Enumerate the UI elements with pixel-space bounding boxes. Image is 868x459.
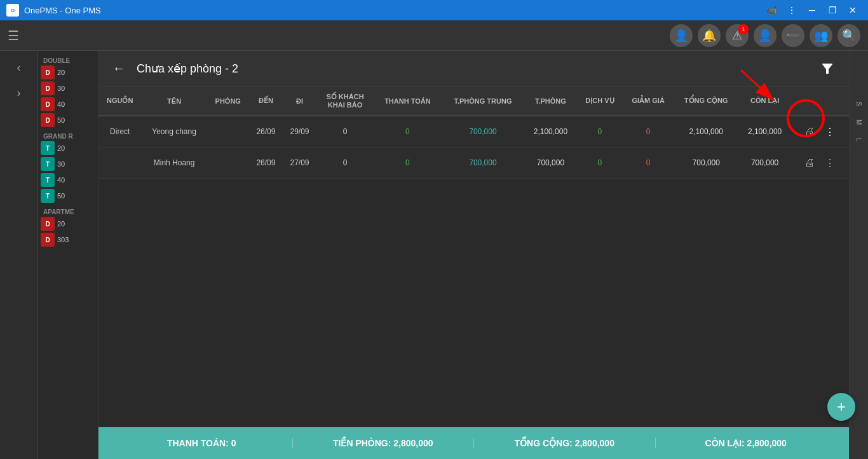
more-button[interactable]: ⋮ [783, 4, 801, 17]
add-user-icon[interactable]: 👥 [810, 24, 832, 47]
list-item[interactable]: T 20 [41, 141, 95, 155]
right-label-s: S [855, 102, 862, 107]
right-label-l: L [855, 138, 862, 142]
footer-tien-phong: TIỀN PHÒNG: 2,800,000 [292, 438, 474, 448]
cell-con-lai: 2,100,000 [738, 116, 791, 147]
close-button[interactable]: ✕ [844, 4, 862, 17]
prev-nav-button[interactable]: ‹ [8, 56, 31, 79]
cell-t-phong-trung: 700,000 [442, 116, 524, 147]
cell-actions: 🖨 ⋮ [791, 116, 849, 147]
minimize-button[interactable]: ─ [803, 4, 821, 17]
back-button[interactable]: ← [109, 58, 129, 79]
bookings-table-container: NGUỒN TÊN PHÒNG ĐẾN ĐI SỐ KHÁCHKHAI BÁO … [98, 86, 849, 427]
col-nguon: NGUỒN [98, 86, 141, 116]
table-row: Minh Hoang 26/09 27/09 0 0 700,000 700,0… [98, 147, 849, 179]
room-badge: T [41, 173, 55, 187]
print-button-row2[interactable]: 🖨 [801, 154, 818, 172]
cell-nguon [98, 147, 141, 179]
room-number: 30 [57, 160, 65, 168]
print-button-row1[interactable]: 🖨 [801, 123, 818, 140]
room-number: 50 [57, 192, 65, 200]
cell-giam-gia: 0 [623, 147, 674, 179]
next-nav-button[interactable]: › [8, 81, 31, 104]
filter-button[interactable] [816, 57, 839, 80]
col-ten: TÊN [141, 86, 207, 116]
window-controls: 📹 ⋮ ─ ❐ ✕ [763, 4, 862, 17]
fab-add-button[interactable]: + [827, 393, 855, 421]
footer-tong-cong: TỔNG CỘNG: 2,800,000 [473, 438, 655, 448]
col-phong: PHÒNG [207, 86, 249, 116]
alert-icon[interactable]: ⚠ 1 [726, 24, 749, 47]
app-bar-icons: 👤 🔔 ⚠ 1 👤 ➖ 👥 🔍 [670, 24, 860, 47]
room-number: 30 [57, 85, 65, 92]
list-item[interactable]: D 303 [41, 233, 95, 247]
col-giam-gia: GIẢM GIÁ [623, 86, 674, 116]
room-badge: D [41, 97, 55, 111]
room-number: 20 [57, 220, 65, 228]
room-badge: T [41, 157, 55, 171]
cell-thanh-toan: 0 [374, 147, 442, 179]
main-content: ← Chưa xếp phòng - 2 NGUỒN TÊN PHÒNG ĐẾN… [98, 51, 849, 459]
cell-thanh-toan: 0 [374, 116, 442, 147]
cell-t-phong: 2,100,000 [524, 116, 577, 147]
room-number: 40 [57, 176, 65, 184]
cell-nguon: Direct [98, 116, 141, 147]
room-number: 303 [57, 236, 69, 243]
list-item[interactable]: D 20 [41, 217, 95, 231]
cell-ten: Minh Hoang [141, 147, 207, 179]
cell-dich-vu: 0 [577, 116, 623, 147]
cell-so-khach: 0 [316, 147, 374, 179]
cell-tong-cong: 700,000 [674, 147, 738, 179]
title-bar: O OnePMS - One PMS 📹 ⋮ ─ ❐ ✕ [0, 0, 868, 20]
video-call-button[interactable]: 📹 [763, 4, 780, 17]
alert-badge: 1 [738, 24, 749, 34]
room-number: 50 [57, 116, 65, 124]
sidebar-left: ‹ › [0, 51, 38, 459]
room-badge: D [41, 217, 55, 231]
room-number: 20 [57, 69, 65, 76]
more-options-button-row2[interactable]: ⋮ [821, 154, 839, 172]
user-avatar-icon[interactable]: 👤 [670, 24, 693, 47]
list-item[interactable]: T 50 [41, 189, 95, 203]
list-item[interactable]: D 40 [41, 97, 95, 111]
more-options-button-row1[interactable]: ⋮ [821, 123, 839, 140]
list-item[interactable]: D 30 [41, 81, 95, 95]
cell-t-phong-trung: 700,000 [442, 147, 524, 179]
cell-t-phong: 700,000 [524, 147, 577, 179]
list-item[interactable]: T 40 [41, 173, 95, 187]
footer-thanh-toan: THANH TOÁN: 0 [111, 438, 292, 448]
cell-ten: Yeong chang [141, 116, 207, 147]
minus-icon[interactable]: ➖ [782, 24, 804, 47]
col-so-khach: SỐ KHÁCHKHAI BÁO [316, 86, 374, 116]
list-item[interactable]: D 20 [41, 65, 95, 79]
cell-so-khach: 0 [316, 116, 374, 147]
cell-di: 29/09 [283, 116, 316, 147]
cell-dich-vu: 0 [577, 147, 623, 179]
app-logo: O [6, 4, 19, 17]
cell-tong-cong: 2,100,000 [674, 116, 738, 147]
room-number: 40 [57, 100, 65, 108]
cell-di: 27/09 [283, 147, 316, 179]
room-badge: D [41, 65, 55, 79]
room-badge: D [41, 113, 55, 127]
cell-phong [207, 147, 249, 179]
list-item[interactable]: D 50 [41, 113, 95, 127]
cell-giam-gia: 0 [623, 116, 674, 147]
notification-bell-icon[interactable]: 🔔 [698, 24, 721, 47]
room-list-panel: DOUBLE D 20 D 30 D 40 D 50 GRAND R T 20 … [38, 51, 98, 459]
app-bar: ☰ 👤 🔔 ⚠ 1 👤 ➖ 👥 🔍 [0, 20, 868, 51]
main-layout: ‹ › DOUBLE D 20 D 30 D 40 D 50 GRAND R T… [0, 51, 868, 459]
app-title: OnePMS - One PMS [24, 6, 763, 15]
search-icon[interactable]: 🔍 [837, 24, 860, 47]
account-icon[interactable]: 👤 [754, 24, 776, 47]
footer-bar: THANH TOÁN: 0 TIỀN PHÒNG: 2,800,000 TỔNG… [98, 427, 849, 459]
category-grand: GRAND R [41, 129, 95, 141]
list-item[interactable]: T 30 [41, 157, 95, 171]
room-number: 20 [57, 144, 65, 152]
col-t-phong-trung: T.PHÒNG TRUNG [442, 86, 524, 116]
room-badge: T [41, 189, 55, 203]
col-dich-vu: DỊCH VỤ [577, 86, 623, 116]
maximize-button[interactable]: ❐ [824, 4, 841, 17]
menu-icon[interactable]: ☰ [8, 28, 19, 43]
col-con-lai: CÒN LẠI [738, 86, 791, 116]
